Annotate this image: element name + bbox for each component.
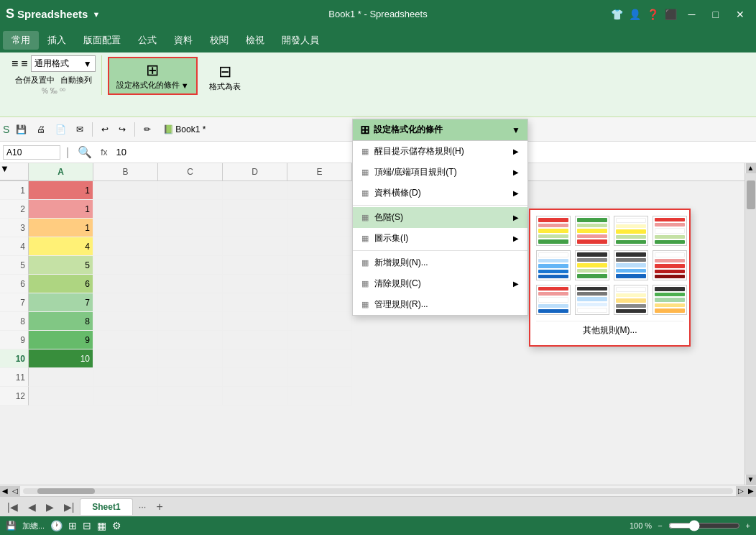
cell-c3[interactable] (158, 219, 223, 237)
format-dropdown[interactable]: 通用格式 ▼ (31, 55, 96, 72)
cs-item-10[interactable] (575, 285, 609, 315)
cell-d4[interactable] (223, 237, 287, 256)
menu-item-layout[interactable]: 版面配置 (75, 31, 129, 50)
cell-b1[interactable] (93, 181, 158, 200)
cs-item-1[interactable] (536, 216, 571, 246)
row-header-3[interactable]: 3 (0, 219, 29, 237)
row-header-4[interactable]: 4 (0, 237, 29, 256)
dropdown-item-clear-rules[interactable]: ▦ 清除規則(C) ▶ (353, 273, 527, 294)
print-button[interactable]: 🖨 (33, 122, 49, 137)
fx-button[interactable]: fx (98, 146, 110, 159)
sheet-tab-sheet1[interactable]: Sheet1 (80, 498, 132, 515)
cell-e9[interactable] (287, 331, 352, 349)
grid-icon[interactable]: ⊞ (68, 520, 77, 531)
dropdown-item-icon-sets[interactable]: ▦ 圖示集(I) ▶ (353, 228, 527, 249)
cell-c6[interactable] (158, 275, 223, 293)
sum-label[interactable]: 加總... (22, 521, 45, 531)
cell-a3[interactable]: 1 (29, 219, 93, 237)
minimize-button[interactable]: ─ (683, 7, 701, 22)
cs-item-12[interactable] (653, 285, 687, 315)
col-header-d[interactable]: D (223, 163, 287, 180)
cell-d8[interactable] (223, 312, 287, 331)
col-header-b[interactable]: B (93, 163, 158, 180)
cell-a1[interactable]: 1 (29, 181, 93, 200)
row-header-1[interactable]: 1 (0, 181, 29, 200)
cell-e11[interactable] (287, 368, 352, 387)
cell-d9[interactable] (223, 331, 287, 349)
cell-e6[interactable] (287, 275, 352, 293)
horizontal-scrollbar[interactable]: ◀ ◁ ▷ ▶ (0, 485, 756, 496)
save-button[interactable]: 💾 (12, 122, 30, 137)
redo-button[interactable]: ↪ (115, 122, 129, 137)
cs-item-11[interactable] (614, 285, 648, 315)
cell-a12[interactable] (29, 387, 93, 406)
cell-a2[interactable]: 1 (29, 200, 93, 219)
scroll-left-btn[interactable]: ◀ (0, 486, 10, 496)
dropdown-item-top-bottom[interactable]: ▦ 頂端/底端項目規則(T) ▶ (353, 162, 527, 183)
email-button[interactable]: ✉ (73, 122, 87, 137)
cell-d3[interactable] (223, 219, 287, 237)
align-center-icon[interactable]: ≡ (21, 58, 27, 70)
menu-item-developer[interactable]: 開發人員 (273, 31, 328, 50)
sheet-nav-last[interactable]: ▶| (60, 500, 79, 514)
cell-e2[interactable] (287, 200, 352, 219)
row-header-5[interactable]: 5 (0, 256, 29, 275)
shirt-icon[interactable]: 👕 (611, 9, 623, 20)
cell-e10[interactable] (287, 349, 352, 368)
cs-item-6[interactable] (575, 250, 609, 280)
row-header-9[interactable]: 9 (0, 331, 29, 349)
cell-b6[interactable] (93, 275, 158, 293)
table-icon[interactable]: ▦ (97, 520, 106, 531)
cell-d5[interactable] (223, 256, 287, 275)
cs-item-8[interactable] (653, 250, 687, 280)
cell-c8[interactable] (158, 312, 223, 331)
cell-a11[interactable] (29, 368, 93, 387)
sheet-nav-first[interactable]: |◀ (3, 500, 22, 514)
cell-c10[interactable] (158, 349, 223, 368)
merge-btn[interactable]: 合併及置中 (15, 75, 55, 86)
dropdown-item-highlight-rules[interactable]: ▦ 醒目提示儲存格規則(H) ▶ (353, 141, 527, 162)
cell-b4[interactable] (93, 237, 158, 256)
wrap-btn[interactable]: 自動換列 (60, 75, 92, 86)
dropdown-item-new-rule[interactable]: ▦ 新增規則(N)... (353, 252, 527, 273)
cell-d11[interactable] (223, 368, 287, 387)
cell-b7[interactable] (93, 293, 158, 312)
menu-item-home[interactable]: 常用 (3, 31, 39, 50)
dropdown-item-data-bars[interactable]: ▦ 資料橫條(D) ▶ (353, 183, 527, 204)
scroll-up-btn[interactable]: ▲ (746, 163, 756, 173)
cell-b12[interactable] (93, 387, 158, 406)
menu-item-data[interactable]: 資料 (165, 31, 201, 50)
cell-c7[interactable] (158, 293, 223, 312)
cell-b9[interactable] (93, 331, 158, 349)
row-header-11[interactable]: 11 (0, 368, 29, 387)
cell-reference-input[interactable] (3, 145, 60, 160)
cs-item-7[interactable] (614, 250, 648, 280)
scroll-thumb-v[interactable] (747, 180, 755, 209)
cell-e7[interactable] (287, 293, 352, 312)
help-icon[interactable]: ❓ (647, 9, 659, 20)
row-header-12[interactable]: 12 (0, 387, 29, 406)
scroll-down-btn[interactable]: ▼ (746, 475, 756, 485)
scroll-right-btn[interactable]: ▶ (746, 486, 756, 496)
scroll-next-btn[interactable]: ▷ (736, 486, 746, 496)
gear-icon[interactable]: ⚙ (112, 520, 121, 531)
cell-a5[interactable]: 5 (29, 256, 93, 275)
menu-item-view[interactable]: 檢視 (237, 31, 273, 50)
apps-icon[interactable]: ⬛ (665, 9, 677, 20)
cell-e8[interactable] (287, 312, 352, 331)
cell-c12[interactable] (158, 387, 223, 406)
cell-c2[interactable] (158, 200, 223, 219)
cell-a10[interactable]: 10 (29, 349, 93, 368)
menu-item-insert[interactable]: 插入 (39, 31, 75, 50)
file-tab[interactable]: 📗 Book1 * (163, 124, 206, 134)
cell-e5[interactable] (287, 256, 352, 275)
dropdown-item-manage-rules[interactable]: ▦ 管理規則(R)... (353, 294, 527, 315)
other-rules-link[interactable]: 其他規則(M)... (536, 321, 683, 339)
row-header-7[interactable]: 7 (0, 293, 29, 312)
cell-c5[interactable] (158, 256, 223, 275)
cell-b3[interactable] (93, 219, 158, 237)
cell-b10[interactable] (93, 349, 158, 368)
cell-d2[interactable] (223, 200, 287, 219)
cell-d6[interactable] (223, 275, 287, 293)
format-dropdown-arrow[interactable]: ▼ (83, 59, 92, 69)
